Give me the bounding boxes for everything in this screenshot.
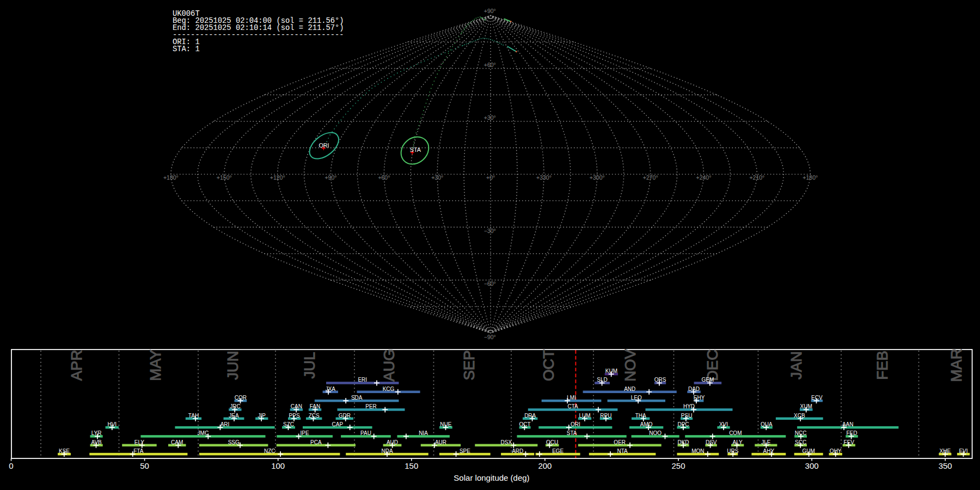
svg-text:ERI: ERI	[358, 377, 367, 383]
svg-text:CAM: CAM	[171, 439, 183, 445]
svg-text:GEM: GEM	[702, 377, 714, 383]
svg-text:FEB: FEB	[874, 351, 891, 379]
svg-text:−90°: −90°	[484, 334, 496, 340]
svg-text:NCC: NCC	[795, 430, 807, 436]
svg-text:SCC: SCC	[795, 439, 806, 445]
svg-text:DSV: DSV	[706, 439, 717, 445]
svg-text:ARD: ARD	[512, 448, 523, 454]
svg-text:XVI: XVI	[719, 421, 728, 427]
svg-text:CAP: CAP	[332, 421, 344, 427]
svg-text:DEC: DEC	[704, 350, 721, 381]
svg-text:OCT: OCT	[519, 421, 531, 427]
svg-text:SPE: SPE	[460, 448, 470, 454]
svg-text:LYR: LYR	[91, 430, 102, 436]
svg-text:350: 350	[939, 461, 952, 470]
svg-text:ZCS: ZCS	[309, 413, 320, 419]
svg-text:PAU: PAU	[360, 430, 371, 436]
svg-text:JXA: JXA	[326, 386, 336, 392]
svg-text:PSU: PSU	[681, 413, 693, 419]
svg-text:DKD: DKD	[677, 439, 689, 445]
svg-text:QUA: QUA	[761, 421, 773, 427]
svg-text:DSX: DSX	[501, 439, 512, 445]
svg-text:GUM: GUM	[803, 448, 815, 454]
svg-text:EGE: EGE	[552, 448, 564, 454]
svg-text:AUR: AUR	[435, 439, 446, 445]
svg-text:NIA: NIA	[419, 430, 428, 436]
svg-text:+0°: +0°	[486, 174, 495, 181]
svg-text:LUM: LUM	[579, 413, 590, 419]
svg-text:ORI: ORI	[571, 421, 580, 427]
svg-text:SSG: SSG	[228, 439, 240, 445]
svg-text:HYD: HYD	[683, 403, 695, 409]
svg-text:COR: COR	[235, 395, 247, 401]
svg-text:STA: STA	[567, 430, 577, 436]
svg-text:JAN: JAN	[788, 351, 805, 379]
svg-text:ALY: ALY	[733, 439, 743, 445]
svg-text:MAR: MAR	[948, 348, 965, 382]
svg-text:SEP: SEP	[461, 350, 477, 380]
svg-text:AAN: AAN	[842, 421, 854, 427]
svg-text:RPU: RPU	[600, 413, 611, 419]
svg-text:GDR: GDR	[339, 413, 351, 419]
svg-text:−60°: −60°	[484, 280, 496, 287]
svg-text:200: 200	[538, 461, 552, 470]
svg-text:JEA: JEA	[229, 413, 239, 419]
svg-text:OCT: OCT	[540, 350, 557, 381]
svg-text:+60°: +60°	[484, 62, 496, 68]
svg-text:TAH: TAH	[188, 413, 199, 419]
svg-text:PCA: PCA	[310, 439, 322, 445]
svg-text:PER: PER	[365, 403, 377, 409]
svg-text:KUM: KUM	[605, 368, 617, 374]
svg-text:+90°: +90°	[484, 8, 496, 14]
svg-text:NZC: NZC	[264, 448, 275, 454]
svg-text:FEV: FEV	[844, 439, 855, 445]
svg-text:SZC: SZC	[283, 421, 294, 427]
svg-text:AND: AND	[624, 386, 635, 392]
svg-text:COM: COM	[729, 430, 742, 436]
svg-text:KCG: KCG	[383, 386, 395, 392]
svg-text:+270°: +270°	[643, 174, 658, 181]
svg-text:SLD: SLD	[597, 377, 607, 383]
svg-text:MAY: MAY	[147, 350, 164, 381]
svg-text:+30°: +30°	[431, 174, 443, 181]
svg-text:FAN: FAN	[310, 403, 320, 409]
svg-text:OHY: OHY	[830, 448, 842, 454]
svg-text:EVI: EVI	[959, 448, 967, 454]
svg-text:100: 100	[271, 461, 285, 470]
svg-text:JMC: JMC	[198, 430, 209, 436]
svg-text:DRA: DRA	[524, 413, 536, 419]
svg-text:+150°: +150°	[217, 174, 232, 181]
svg-text:PPS: PPS	[289, 413, 300, 419]
svg-text:FTA: FTA	[133, 448, 143, 454]
svg-text:ORI: ORI	[318, 142, 329, 149]
svg-text:ELY: ELY	[134, 439, 144, 445]
svg-text:DPC: DPC	[677, 421, 689, 427]
svg-text:300: 300	[805, 461, 819, 470]
svg-text:STA: 1: STA: 1	[173, 45, 200, 53]
svg-text:+180°: +180°	[803, 174, 818, 181]
svg-text:IPE: IPE	[301, 430, 309, 436]
svg-text:NDA: NDA	[381, 448, 393, 454]
svg-text:JUN: JUN	[224, 351, 241, 379]
svg-text:FED: FED	[847, 430, 857, 436]
svg-text:XCB: XCB	[794, 413, 805, 419]
svg-text:SDA: SDA	[351, 395, 363, 401]
svg-text:STA: STA	[410, 146, 421, 153]
svg-text:JRC: JRC	[230, 403, 240, 409]
svg-text:250: 250	[671, 461, 685, 470]
svg-text:JUL: JUL	[301, 352, 318, 379]
svg-text:AVB: AVB	[91, 439, 102, 445]
svg-text:0: 0	[9, 461, 13, 470]
svg-text:NUE: NUE	[440, 421, 451, 427]
svg-text:NTA: NTA	[617, 448, 628, 454]
svg-text:+330°: +330°	[536, 174, 552, 181]
svg-text:−30°: −30°	[484, 228, 496, 234]
svg-text:CTA: CTA	[567, 403, 578, 409]
svg-text:AUG: AUG	[381, 349, 397, 382]
svg-text:+240°: +240°	[696, 174, 712, 181]
svg-text:Solar longitude (deg): Solar longitude (deg)	[454, 473, 529, 482]
svg-text:+300°: +300°	[590, 174, 605, 181]
svg-text:HVI: HVI	[107, 421, 117, 427]
svg-text:DAD: DAD	[688, 386, 700, 392]
svg-text:+90°: +90°	[324, 174, 336, 181]
